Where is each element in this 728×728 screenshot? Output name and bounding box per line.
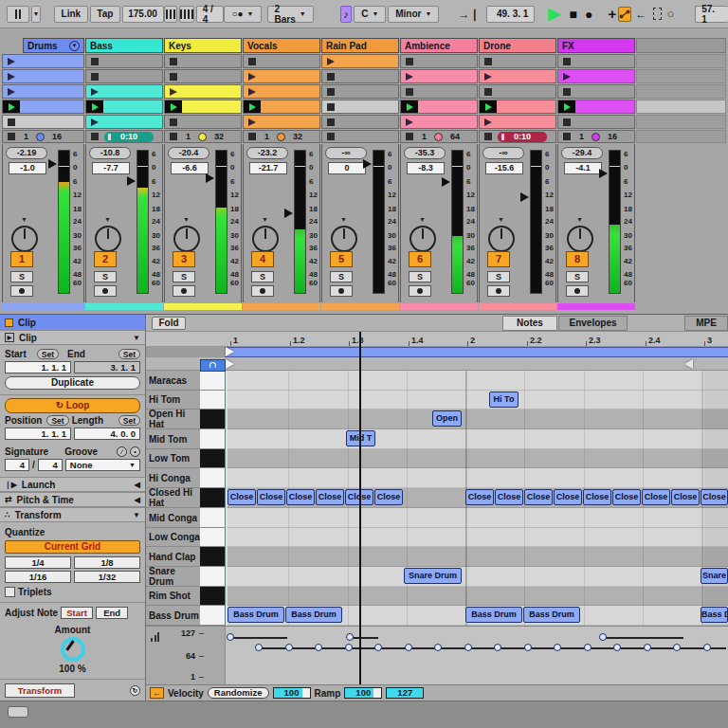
- signature-numerator-field[interactable]: 4: [5, 459, 29, 471]
- clip-launch-icon[interactable]: [406, 118, 413, 126]
- arm-record-button[interactable]: [330, 285, 353, 297]
- pan-knob[interactable]: [173, 226, 200, 252]
- clip-stop-icon[interactable]: [91, 58, 99, 65]
- clip-launch-icon[interactable]: [170, 88, 177, 96]
- peak-level-field[interactable]: -35.3: [404, 147, 446, 159]
- clip-panel-titlebar[interactable]: Clip: [0, 315, 145, 330]
- clip-launch-icon[interactable]: [91, 118, 99, 126]
- volume-fader-handle[interactable]: [127, 176, 136, 186]
- clip-slot[interactable]: [85, 84, 163, 99]
- piano-key[interactable]: [200, 587, 226, 606]
- clip-launch-icon[interactable]: [563, 73, 571, 81]
- track-number-button[interactable]: 1: [10, 251, 33, 267]
- velocity-marker[interactable]: [584, 644, 592, 651]
- nudge-down-button[interactable]: [164, 6, 177, 23]
- piano-key[interactable]: [200, 528, 226, 547]
- track-header-rain-pad[interactable]: Rain Pad: [321, 38, 399, 53]
- track-number-button[interactable]: 3: [173, 251, 195, 267]
- clip-slot[interactable]: [479, 84, 556, 99]
- midi-note[interactable]: Close: [286, 489, 315, 505]
- randomize-button[interactable]: Randomize: [208, 687, 269, 699]
- clip-stop-icon[interactable]: [563, 58, 571, 65]
- track-stop-button[interactable]: [563, 133, 571, 140]
- solo-button[interactable]: S: [330, 271, 353, 282]
- playing-clip-button[interactable]: [165, 100, 182, 113]
- volume-fader-handle[interactable]: [599, 169, 608, 178]
- velocity-marker[interactable]: [554, 644, 561, 651]
- amount-knob[interactable]: [61, 637, 85, 662]
- clip-slot[interactable]: [321, 115, 399, 129]
- root-note-menu[interactable]: C▼: [354, 6, 386, 23]
- midi-note[interactable]: Open: [432, 410, 462, 427]
- clip-slot[interactable]: [243, 100, 320, 114]
- piano-key[interactable]: [200, 488, 226, 508]
- peak-level-field[interactable]: -∞: [482, 147, 524, 159]
- solo-button[interactable]: S: [10, 271, 33, 282]
- automation-arm-button[interactable]: [618, 7, 631, 22]
- capture-midi-button[interactable]: [653, 8, 662, 20]
- collapse-arrow-icon[interactable]: ▼: [133, 334, 140, 342]
- clip-slot[interactable]: [321, 54, 399, 68]
- fold-button[interactable]: Fold: [152, 317, 186, 330]
- midi-note[interactable]: Close: [612, 489, 641, 505]
- piano-key[interactable]: [200, 606, 226, 626]
- quantize-1-16-button[interactable]: 1/16: [5, 571, 71, 583]
- clip-slot[interactable]: [479, 69, 556, 83]
- piano-key[interactable]: [200, 391, 226, 410]
- clip-launch-icon[interactable]: [406, 73, 413, 81]
- clip-stop-icon[interactable]: [327, 88, 335, 96]
- clip-stop-icon[interactable]: [327, 103, 335, 111]
- track-number-button[interactable]: 2: [94, 251, 117, 267]
- clip-slot[interactable]: [557, 54, 635, 68]
- set-position-button[interactable]: Set: [46, 415, 68, 426]
- track-number-button[interactable]: 8: [566, 251, 589, 267]
- volume-fader-handle[interactable]: [206, 173, 214, 183]
- pan-knob[interactable]: [95, 226, 121, 252]
- set-end-button[interactable]: Set: [118, 349, 140, 359]
- velocity-marker[interactable]: [464, 644, 472, 651]
- loop-button[interactable]: ↻ Loop: [5, 398, 140, 413]
- clip-start-field[interactable]: 1. 1. 1: [5, 361, 71, 373]
- triplets-checkbox[interactable]: [5, 587, 15, 597]
- clip-slot[interactable]: [479, 54, 556, 68]
- clip-slot[interactable]: [85, 100, 163, 114]
- solo-button[interactable]: S: [409, 271, 431, 282]
- volume-fader-handle[interactable]: [442, 177, 450, 187]
- clip-launch-icon[interactable]: [8, 58, 15, 65]
- clip-slot[interactable]: [164, 115, 242, 129]
- refresh-icon[interactable]: ↻: [130, 685, 140, 696]
- quantization-menu[interactable]: 2 Bars▼: [267, 6, 314, 23]
- velocity-marker[interactable]: [227, 633, 234, 641]
- amount-value[interactable]: 100 %: [0, 664, 145, 674]
- clip-stop-icon[interactable]: [248, 58, 256, 65]
- clip-slot[interactable]: [2, 100, 84, 114]
- clip-position-field[interactable]: 1. 1. 1: [5, 428, 71, 440]
- pan-knob[interactable]: [410, 226, 436, 252]
- clip-stop-icon[interactable]: [170, 58, 177, 65]
- volume-field[interactable]: -6.6: [171, 162, 209, 174]
- clip-slot[interactable]: [2, 69, 84, 83]
- collapse-arrow-icon[interactable]: ◀: [135, 481, 140, 489]
- solo-button[interactable]: S: [94, 271, 117, 282]
- midi-note[interactable]: Close: [701, 489, 728, 505]
- clip-slot[interactable]: [2, 115, 84, 129]
- loop-region-bar[interactable]: [225, 347, 728, 357]
- volume-field[interactable]: -15.6: [485, 162, 523, 174]
- track-header-fx[interactable]: FX: [557, 38, 635, 53]
- volume-field[interactable]: -7.7: [92, 162, 130, 174]
- arm-record-button[interactable]: [10, 285, 33, 297]
- peak-level-field[interactable]: -20.4: [168, 147, 209, 159]
- set-start-button[interactable]: Set: [37, 349, 59, 359]
- view-layout-button[interactable]: [7, 6, 29, 23]
- midi-note[interactable]: Close: [495, 489, 523, 505]
- playing-clip-button[interactable]: [558, 100, 575, 113]
- velocity-marker[interactable]: [315, 644, 322, 651]
- groove-play-icon[interactable]: •: [130, 446, 140, 457]
- playing-clip-button[interactable]: [480, 100, 497, 113]
- midi-note[interactable]: Close: [554, 489, 582, 505]
- midi-note[interactable]: Close: [228, 489, 256, 505]
- midi-note[interactable]: Close: [257, 489, 285, 505]
- velocity-marker[interactable]: [703, 644, 711, 651]
- midi-note[interactable]: Bass Drum: [228, 607, 284, 623]
- clip-slot[interactable]: [400, 84, 478, 99]
